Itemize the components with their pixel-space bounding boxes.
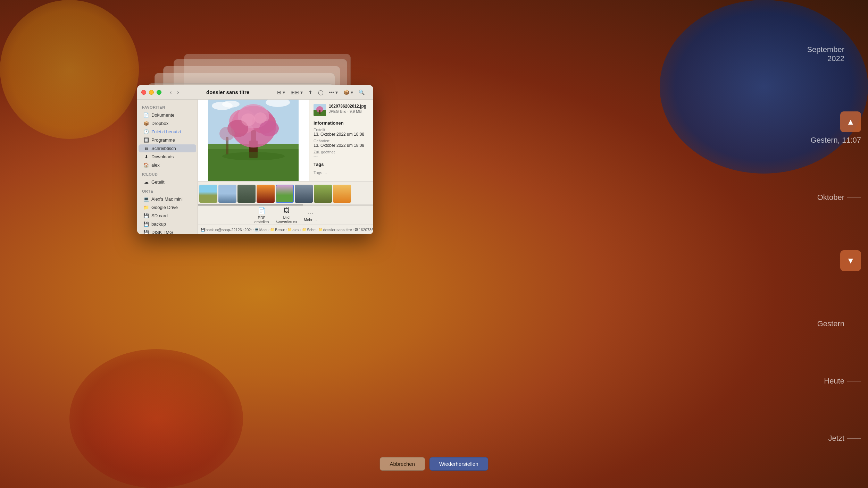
back-button[interactable]: ‹	[168, 88, 173, 97]
sidebar-section-icloud: iCloud	[137, 169, 198, 178]
tag-btn[interactable]: ◯	[316, 89, 325, 96]
breadcrumb-item-4[interactable]: 📁 Benu:	[270, 228, 285, 232]
share-btn[interactable]: ⬆	[307, 89, 314, 96]
restore-button[interactable]: Wiederherstellen	[429, 457, 489, 471]
alex-icon: 🏠	[143, 162, 149, 168]
dropbox-btn[interactable]: 📦 ▾	[342, 89, 355, 96]
sidebar-item-schreibtisch[interactable]: 🖥 Schreibtisch	[139, 144, 196, 152]
timeline-heute: Heute	[806, 377, 861, 386]
thumbnail-2[interactable]	[218, 185, 236, 203]
sidebar-item-dokumente[interactable]: 📄 Dokumente	[139, 111, 196, 119]
sidebar-label-alex: alex	[151, 162, 160, 168]
thumbnail-8[interactable]	[333, 185, 351, 203]
bottom-buttons: Abbrechen Wiederherstellen	[379, 457, 488, 471]
thumbnail-4[interactable]	[257, 185, 275, 203]
cancel-button[interactable]: Abbrechen	[379, 457, 425, 471]
tags-input[interactable]	[314, 169, 369, 177]
programme-icon: 🔲	[143, 137, 149, 143]
sidebar-item-geteilt[interactable]: ☁ Geteilt	[139, 178, 196, 186]
bild-label: Bildkonvertieren	[276, 215, 297, 224]
breadcrumb-item-5[interactable]: 📁 alex	[287, 228, 299, 232]
thumbnail-1[interactable]	[199, 185, 217, 203]
svg-point-14	[241, 113, 255, 126]
window-title: dossier sans titre	[183, 89, 273, 95]
more-btn[interactable]: ••• ▾	[327, 89, 340, 96]
bild-konvertieren-btn[interactable]: 🖼 Bildkonvertieren	[276, 207, 297, 224]
group-btn[interactable]: ⊞⊞ ▾	[289, 89, 304, 96]
breadcrumb-item-8[interactable]: 🖼 1620736202612.jpg	[354, 228, 373, 232]
image-preview-area	[198, 100, 309, 181]
sidebar-item-dropbox[interactable]: 📦 Dropbox	[139, 119, 196, 127]
svg-point-15	[254, 112, 267, 124]
mehr-btn[interactable]: ⋯ Mehr ...	[304, 209, 317, 222]
breadcrumb-item-2[interactable]: 202:	[244, 228, 252, 232]
file-thumbnail	[314, 104, 326, 116]
breadcrumb-item-6[interactable]: 📁 Schr:	[302, 228, 316, 232]
timeline-down-btn[interactable]: ▼	[840, 250, 861, 271]
svg-point-17	[219, 127, 235, 141]
sidebar-item-downloads[interactable]: ⬇ Downloads	[139, 153, 196, 161]
created-value: 13. Oktober 2022 um 18:08	[314, 132, 369, 137]
sidebar-label-sd-card: SD card	[151, 213, 168, 218]
title-bar: ‹ › dossier sans titre ⊞ ▾ ⊞⊞ ▾ ⬆ ◯ ••• …	[137, 85, 373, 100]
breadcrumb-label-2: 202:	[244, 228, 252, 232]
finder-sidebar: Favoriten 📄 Dokumente 📦 Dropbox 🕐 Zuletz…	[137, 100, 198, 234]
sidebar-section-orte: Orte	[137, 186, 198, 195]
zuletzt-icon: 🕐	[143, 129, 149, 134]
sidebar-item-google-drive[interactable]: 📁 Google Drive	[139, 203, 196, 211]
mehr-icon: ⋯	[307, 209, 314, 217]
sidebar-item-programme[interactable]: 🔲 Programme	[139, 136, 196, 144]
search-btn[interactable]: 🔍	[357, 89, 366, 96]
pdf-erstellen-btn[interactable]: 📄 PDFerstellen	[254, 207, 269, 224]
timeline-jetzt-label: Jetzt	[806, 434, 844, 443]
traffic-lights	[141, 90, 161, 95]
main-panel: 1620736202612.jpg JPEG-Bild · 9,9 MB Inf…	[198, 100, 373, 234]
sidebar-item-zuletzt[interactable]: 🕐 Zuletzt benutzt	[139, 128, 196, 136]
pdf-label: PDFerstellen	[254, 216, 269, 224]
timeline-gestern: Gestern, 11:07	[810, 136, 861, 145]
preview-info-area: 1620736202612.jpg JPEG-Bild · 9,9 MB Inf…	[198, 100, 373, 181]
view-options-btn[interactable]: ⊞ ▾	[275, 89, 287, 96]
sidebar-label-downloads: Downloads	[151, 154, 174, 159]
timeline-line	[847, 54, 861, 54]
forward-button[interactable]: ›	[176, 88, 180, 97]
sidebar-item-disk-img[interactable]: 💾 DISK_IMG	[139, 228, 196, 234]
breadcrumb-label-5: alex	[292, 228, 299, 232]
sidebar-label-mac-mini: Alex's Mac mini	[151, 196, 183, 202]
breadcrumb-label-6: Schr:	[307, 228, 316, 232]
sidebar-item-backup[interactable]: 💾 backup	[139, 220, 196, 228]
thumbnail-3[interactable]	[237, 185, 256, 203]
breadcrumb-bar: 💾 backup@snap-22126 › 202: › 💻 Mac: › 📁 …	[198, 225, 373, 234]
sidebar-item-alex[interactable]: 🏠 alex	[139, 161, 196, 169]
sidebar-label-zuletzt: Zuletzt benutzt	[151, 129, 181, 134]
disk-img-icon: 💾	[143, 230, 149, 234]
scroll-bar	[198, 204, 373, 205]
mehr-label: Mehr ...	[304, 218, 317, 222]
timeline-oktober: Oktober	[806, 193, 861, 202]
timeline-september: September 2022	[806, 45, 861, 63]
file-meta: 1620736202612.jpg JPEG-Bild · 9,9 MB	[329, 104, 366, 116]
breadcrumb-label-4: Benu:	[275, 228, 285, 232]
content-area: Favoriten 📄 Dokumente 📦 Dropbox 🕐 Zuletz…	[137, 100, 373, 234]
timeline-up-btn[interactable]: ▲	[840, 111, 861, 132]
svg-rect-22	[319, 110, 320, 114]
breadcrumb-item-7[interactable]: 📁 dossier sans titre	[318, 228, 352, 232]
sidebar-section-favoriten: Favoriten	[137, 102, 198, 111]
timeline-gestern2: Gestern	[806, 319, 861, 328]
maximize-button[interactable]	[157, 90, 161, 95]
sidebar-item-sd-card[interactable]: 💾 SD card	[139, 212, 196, 220]
breadcrumb-item-3[interactable]: 💻 Mac:	[254, 228, 268, 232]
thumbnail-5-active[interactable]	[276, 185, 294, 203]
close-button[interactable]	[141, 90, 146, 95]
cherry-tree-image	[208, 100, 299, 181]
toolbar-icons: ⊞ ▾ ⊞⊞ ▾ ⬆ ◯ ••• ▾ 📦 ▾ 🔍	[275, 89, 366, 96]
sidebar-label-programme: Programme	[151, 137, 175, 143]
tags-section-title: Tags	[314, 162, 369, 167]
thumbnail-6[interactable]	[295, 185, 313, 203]
thumbnail-7[interactable]	[314, 185, 332, 203]
dropbox-icon: 📦	[143, 121, 149, 126]
breadcrumb-item-1[interactable]: 💾 backup@snap-22126	[201, 228, 242, 232]
sidebar-item-mac-mini[interactable]: 💻 Alex's Mac mini	[139, 195, 196, 203]
minimize-button[interactable]	[149, 90, 154, 95]
scroll-thumb	[198, 204, 303, 205]
